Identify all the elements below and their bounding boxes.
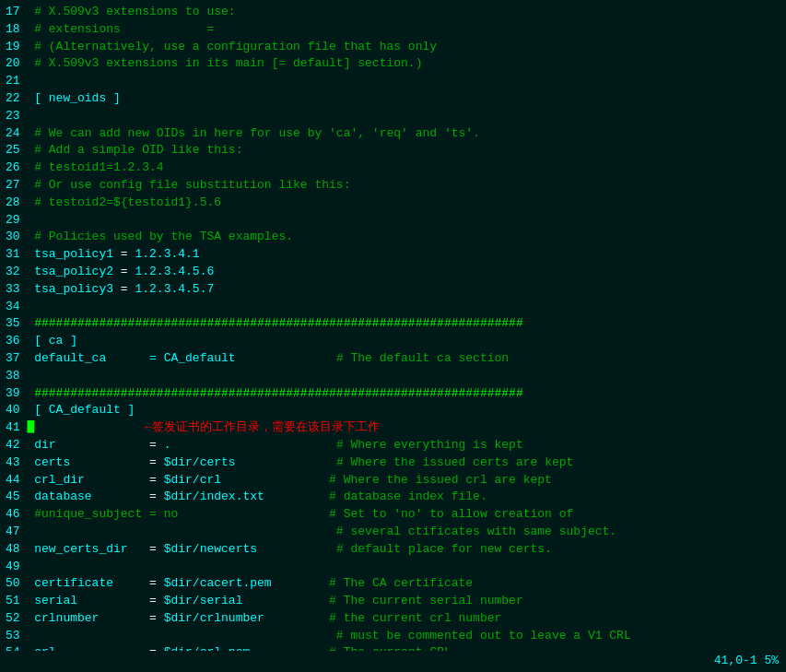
code-line: 31 tsa_policy1 = 1.2.3.4.1 bbox=[6, 246, 780, 264]
code-line: 19 # (Alternatively, use a configuration… bbox=[6, 39, 780, 56]
code-line: 52 crlnumber = $dir/crlnumber # the curr… bbox=[6, 610, 780, 628]
code-line: 35 #####################################… bbox=[6, 315, 780, 333]
code-line: 42 dir = . # Where everything is kept bbox=[6, 437, 780, 454]
code-line: 43 certs = $dir/certs # Where the issued… bbox=[6, 454, 780, 472]
code-line: 30 # Policies used by the TSA examples. bbox=[6, 229, 780, 246]
code-line: 37 default_ca = CA_default # The default… bbox=[6, 350, 780, 368]
code-line: 27 # Or use config file substitution lik… bbox=[6, 177, 780, 195]
cursor-position: 41,0-1 5% bbox=[714, 653, 779, 670]
code-line: 34 bbox=[6, 299, 780, 316]
status-bar: 41,0-1 5% bbox=[0, 651, 786, 672]
code-line: 51 serial = $dir/serial # The current se… bbox=[6, 593, 780, 610]
code-line: 49 bbox=[6, 559, 780, 576]
code-line: 28 # testoid2=${testoid1}.5.6 bbox=[6, 195, 780, 212]
code-line: 24 # We can add new OIDs in here for use… bbox=[6, 125, 780, 143]
code-line: 17 # X.509v3 extensions to use: bbox=[6, 4, 780, 21]
code-line: 45 database = $dir/index.txt # database … bbox=[6, 489, 780, 506]
code-line: 33 tsa_policy3 = 1.2.3.4.5.7 bbox=[6, 281, 780, 299]
code-line: 21 bbox=[6, 73, 780, 90]
code-line: 53 # must be commented out to leave a V1… bbox=[6, 628, 780, 645]
code-area: 17 # X.509v3 extensions to use:18 # exte… bbox=[6, 4, 780, 672]
code-line: 47 # several ctificates with same subjec… bbox=[6, 524, 780, 541]
code-line: 48 new_certs_dir = $dir/newcerts # defau… bbox=[6, 541, 780, 559]
terminal: { "lines": [ {"num": "17", "text": " # X… bbox=[0, 0, 786, 672]
code-line: 38 bbox=[6, 368, 780, 385]
code-line: 26 # testoid1=1.2.3.4 bbox=[6, 159, 780, 177]
code-line: 50 certificate = $dir/cacert.pem # The C… bbox=[6, 575, 780, 593]
code-line: 44 crl_dir = $dir/crl # Where the issued… bbox=[6, 472, 780, 489]
code-line: 29 bbox=[6, 212, 780, 230]
code-line: 20 # X.509v3 extensions in its main [= d… bbox=[6, 55, 780, 73]
code-line: 40 [ CA_default ] bbox=[6, 402, 780, 419]
code-line: 22 [ new_oids ] bbox=[6, 90, 780, 108]
code-line: 46 #unique_subject = no # Set to 'no' to… bbox=[6, 506, 780, 524]
code-line: 32 tsa_policy2 = 1.2.3.4.5.6 bbox=[6, 264, 780, 281]
code-line: 41 █←签发证书的工作目录，需要在该目录下工作 bbox=[6, 419, 780, 437]
code-line: 39 #####################################… bbox=[6, 385, 780, 403]
code-line: 18 # extensions = bbox=[6, 21, 780, 39]
code-line: 23 bbox=[6, 108, 780, 125]
code-line: 25 # Add a simple OID like this: bbox=[6, 142, 780, 159]
code-line: 36 [ ca ] bbox=[6, 333, 780, 350]
